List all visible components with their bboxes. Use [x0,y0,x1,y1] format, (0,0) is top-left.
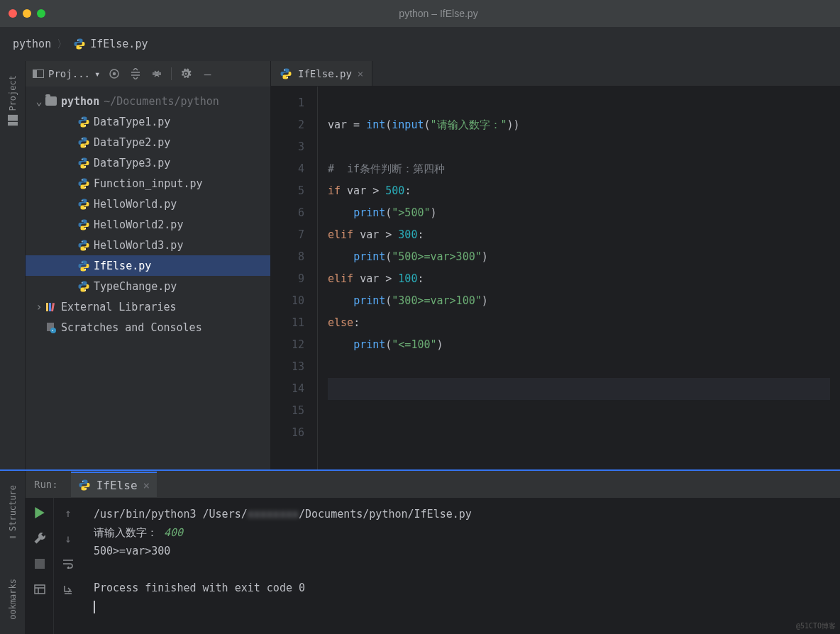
bookmarks-label: ookmarks [8,579,18,620]
external-libraries-label: External Libraries [61,301,177,313]
svg-point-18 [82,262,83,263]
project-file[interactable]: HelloWorld2.py [26,214,270,235]
structure-label: Structure [8,485,18,531]
python-file-icon [77,136,91,149]
project-file[interactable]: DataType2.py [26,132,270,152]
up-arrow-button[interactable]: ↑ [60,505,76,521]
library-icon [44,301,58,313]
python-file-icon [77,239,91,252]
project-panel-header: Proj... ▾ — [26,61,270,87]
close-icon[interactable]: × [358,68,363,79]
project-file[interactable]: Function_input.py [26,173,270,194]
project-view-selector[interactable]: Proj... ▾ [33,68,100,79]
scroll-to-end-button[interactable] [60,582,76,597]
python-file-icon [77,260,91,272]
run-tabs-bar: Run: IfElse × [26,471,840,498]
run-toolbar [26,498,54,634]
stop-button[interactable] [32,556,48,572]
rerun-button[interactable] [32,505,48,521]
run-label: Run: [34,479,58,490]
editor-body[interactable]: 12345678910111213141516 var = int(input(… [271,87,840,469]
run-tab-label: IfElse [96,479,138,492]
hide-button[interactable]: — [200,67,214,81]
python-file-icon [77,177,91,190]
python-icon [78,479,91,491]
structure-tool-tab[interactable]: ⦀ Structure [8,485,18,539]
run-body: ↑ ↓ /usr/bin/python3 /Users/xxxxxxxx/Doc… [26,498,840,634]
project-file[interactable]: HelloWorld.py [26,194,270,214]
file-name: HelloWorld3.py [94,239,183,252]
code-content[interactable]: var = int(input("请输入数字：")) # if条件判断：第四种i… [318,87,840,469]
project-tool-tab[interactable]: Project [7,75,18,126]
svg-point-12 [82,200,83,201]
wrench-button[interactable] [32,530,48,546]
project-file[interactable]: DataType1.py [26,111,270,132]
project-root-path: ~/Documents/python [104,95,219,108]
svg-point-13 [85,207,87,208]
maximize-window-icon[interactable] [37,9,45,18]
svg-point-1 [81,48,82,49]
chevron-down-icon: ⌄ [34,95,44,108]
svg-point-17 [85,248,87,250]
soft-wrap-button[interactable] [60,556,76,572]
svg-point-0 [77,40,79,41]
svg-rect-23 [49,303,51,311]
file-name: HelloWorld.py [94,198,177,211]
svg-point-29 [82,481,84,482]
separator [171,67,172,80]
run-panel: Run: IfElse × ↑ ↓ /usr/bin/python3 /User… [26,471,840,634]
editor-area: IfElse.py × 12345678910111213141516 var … [271,61,840,469]
svg-point-11 [85,187,87,188]
left-tool-rail: Project [0,61,26,469]
project-file[interactable]: TypeChange.py [26,276,270,296]
folder-icon [44,96,58,106]
svg-point-16 [82,241,83,243]
console-output[interactable]: /usr/bin/python3 /Users/xxxxxxxx/Documen… [82,498,840,634]
layout-button[interactable] [32,582,48,597]
editor-tab-label: IfElse.py [298,68,352,79]
svg-point-6 [82,138,83,140]
collapse-all-button[interactable] [150,67,164,81]
svg-point-7 [85,145,87,147]
run-tab-ifelse[interactable]: IfElse × [71,472,157,497]
window-controls [9,9,45,18]
select-opened-file-button[interactable] [107,67,121,81]
watermark: @51CTO博客 [796,621,836,631]
close-icon[interactable]: × [143,479,150,492]
svg-rect-24 [51,302,55,311]
svg-point-30 [85,489,87,490]
file-name: DataType2.py [94,136,170,149]
svg-point-20 [82,282,83,284]
breadcrumb-file[interactable]: IfElse.py [90,38,148,50]
folder-icon [8,115,18,126]
svg-point-28 [287,77,289,78]
bottom-panel: ⦀ Structure ookmarks Run: IfElse × ↑ [0,469,840,634]
project-file[interactable]: IfElse.py [26,255,270,276]
svg-point-21 [85,289,87,291]
minimize-window-icon[interactable] [23,9,31,18]
expand-all-button[interactable] [128,67,143,81]
editor-tabs: IfElse.py × [271,61,840,87]
external-libraries[interactable]: › External Libraries [26,296,270,317]
file-name: Function_input.py [94,177,203,190]
down-arrow-button[interactable]: ↓ [60,530,76,546]
project-file[interactable]: DataType3.py [26,152,270,173]
bookmarks-tool-tab[interactable]: ookmarks [8,579,18,620]
run-nav: ↑ ↓ [54,498,82,634]
svg-point-15 [85,228,87,229]
settings-button[interactable] [179,67,193,81]
project-root[interactable]: ⌄ python ~/Documents/python [26,91,270,111]
svg-point-27 [284,69,285,71]
main-content: Project Proj... ▾ — ⌄ python ~/Documents… [0,61,840,469]
breadcrumb-root[interactable]: python [13,38,51,50]
svg-point-14 [82,221,83,222]
file-name: TypeChange.py [94,280,177,293]
scratches-consoles[interactable]: Scratches and Consoles [26,317,270,338]
python-file-icon [77,157,91,169]
chevron-right-icon: › [34,301,44,313]
python-file-icon [73,38,86,50]
file-name: DataType3.py [94,157,170,169]
project-file[interactable]: HelloWorld3.py [26,235,270,255]
close-window-icon[interactable] [9,9,17,18]
editor-tab-ifelse[interactable]: IfElse.py × [271,61,372,86]
